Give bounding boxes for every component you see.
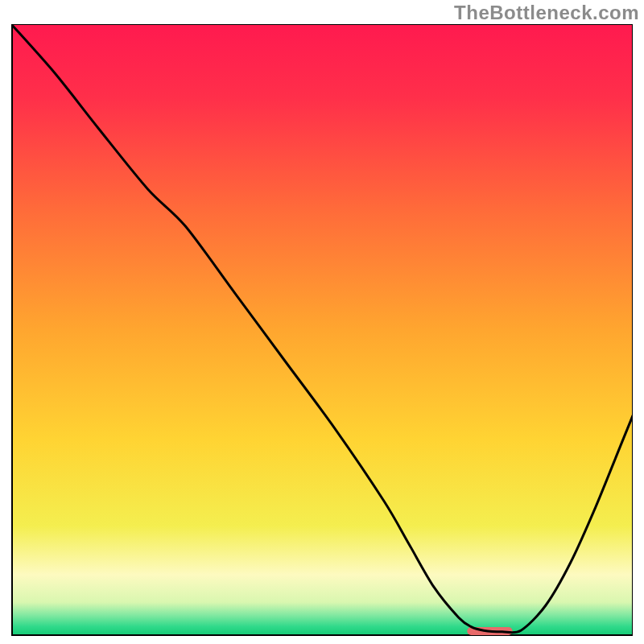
plot-area	[11, 24, 633, 636]
watermark-text: TheBottleneck.com	[454, 2, 639, 24]
bottleneck-chart	[11, 24, 633, 636]
gradient-background	[11, 24, 633, 636]
chart-container: TheBottleneck.com	[0, 0, 644, 644]
